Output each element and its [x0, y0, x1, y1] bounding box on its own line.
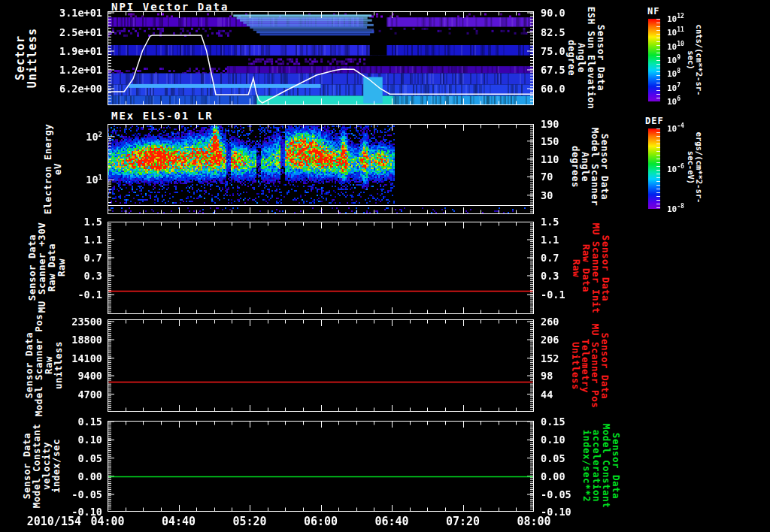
colorbar-tick-label: 10-6 — [667, 162, 684, 174]
y-tick-label: 0.15 — [541, 416, 565, 428]
y-tick-label: 190 — [541, 118, 559, 130]
y-tick-label: 1.1 — [84, 234, 102, 246]
y-tick-label: 0.00 — [541, 470, 565, 482]
y-tick-label: 14100 — [71, 352, 102, 364]
y-tick-label: 90.0 — [541, 7, 565, 19]
y-tick-label: -0.1 — [77, 289, 102, 301]
colorbar-tick-label: 107 — [667, 82, 681, 93]
colorbar-tick-label: 10-8 — [667, 203, 684, 214]
colorbar-tick-label: 109 — [667, 54, 681, 65]
y-tick-label: 0.10 — [541, 434, 565, 446]
colorbar-tick-label: 106 — [667, 95, 681, 107]
y-tick-label: 0.00 — [77, 470, 102, 482]
colorbar-tick-label: 1010 — [667, 41, 684, 52]
y-tick-label: 1.5 — [541, 216, 559, 228]
y-tick-label: 23500 — [71, 316, 102, 328]
colorbar-tick-label: 10-4 — [667, 122, 684, 134]
y-tick-label: 0.7 — [541, 252, 559, 264]
y-tick-label: 4700 — [77, 388, 102, 401]
y-tick-label: 0.10 — [77, 434, 102, 446]
y-tick-label: 18800 — [71, 334, 102, 346]
colorbar-tick-label: 1012 — [667, 13, 684, 24]
y-tick-label: 110 — [541, 153, 559, 165]
x-tick-label: 05:20 — [232, 515, 266, 528]
y-tick-label: 102 — [86, 131, 102, 144]
y-tick-label: 0.15 — [77, 416, 102, 428]
y-tick-label: 1.5 — [84, 216, 102, 228]
y-tick-label: 30 — [541, 189, 553, 201]
y-tick-label: 0.3 — [84, 270, 102, 282]
x-tick-label: 06:40 — [374, 515, 408, 528]
colorbar-tick-label: 108 — [667, 68, 681, 79]
y-tick-label: 60.0 — [541, 83, 565, 95]
x-tick-label: 07:20 — [446, 515, 480, 528]
y-tick-label: 1.1 — [541, 234, 559, 246]
tick-label-layer: 3.1e+012.5e+011.9e+011.2e+016.2e+0090.08… — [0, 0, 770, 532]
y-tick-label: 0.05 — [77, 452, 102, 464]
y-tick-label: 70 — [541, 171, 553, 183]
y-tick-label: -0.05 — [71, 488, 102, 500]
y-tick-label: 0.05 — [541, 452, 565, 464]
x-tick-label: 04:40 — [162, 515, 196, 528]
y-tick-label: 3.1e+01 — [59, 7, 102, 19]
x-tick-label: 08:00 — [517, 515, 550, 528]
y-tick-label: 98 — [541, 370, 553, 382]
y-tick-label: 0.3 — [541, 270, 559, 282]
y-tick-label: 260 — [541, 316, 559, 328]
y-tick-label: 101 — [86, 174, 102, 186]
y-tick-label: 75.0 — [541, 45, 565, 57]
y-tick-label: -0.05 — [541, 488, 571, 500]
y-tick-label: 152 — [541, 352, 559, 364]
date-label: 2010/154 — [27, 515, 81, 528]
y-tick-label: 2.5e+01 — [59, 26, 102, 38]
y-tick-label: 9400 — [77, 370, 102, 382]
colorbar-tick-label: 1011 — [667, 26, 684, 38]
y-tick-label: 150 — [541, 135, 559, 147]
y-tick-label: 1.9e+01 — [59, 45, 102, 57]
x-tick-label: 06:00 — [304, 515, 338, 528]
y-tick-label: 44 — [541, 388, 553, 401]
y-tick-label: -0.1 — [541, 289, 565, 301]
y-tick-label: 0.7 — [84, 252, 102, 264]
y-tick-label: 206 — [541, 334, 559, 346]
y-tick-label: 67.5 — [541, 64, 565, 76]
multi-panel-plot-screen: NPI Vector Data MEx ELS-01 LR Sector Uni… — [0, 0, 770, 532]
y-tick-label: 82.5 — [541, 26, 565, 38]
y-tick-label: 1.2e+01 — [59, 64, 102, 76]
x-tick-label: 04:00 — [90, 515, 124, 528]
y-tick-label: 6.2e+00 — [59, 83, 102, 95]
